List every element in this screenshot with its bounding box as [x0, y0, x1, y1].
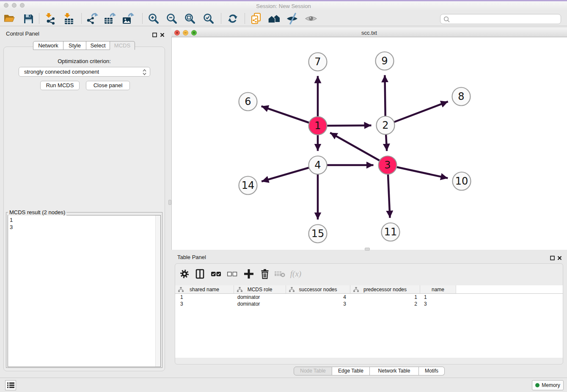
delete-column-icon[interactable] [259, 268, 271, 280]
close-table-panel-icon[interactable] [557, 254, 562, 259]
duplicate-network-icon[interactable] [250, 12, 262, 25]
refresh-view-icon[interactable] [226, 12, 239, 25]
memory-button[interactable]: Memory [532, 380, 564, 390]
window-title: Session: New Session [0, 3, 567, 9]
control-tab-select[interactable]: Select [86, 41, 110, 50]
network-window-title: scc.txt [171, 30, 567, 36]
criterion-dropdown[interactable]: strongly connected component [19, 67, 150, 77]
import-table-icon[interactable] [63, 12, 75, 25]
toolbar-separator [245, 13, 245, 24]
run-mcds-button[interactable]: Run MCDS [40, 81, 80, 90]
zoom-in-icon[interactable] [147, 12, 160, 25]
control-tab-mcds[interactable]: MCDS [110, 41, 135, 50]
add-column-icon[interactable] [243, 268, 255, 280]
column-label: predecessor nodes [363, 287, 407, 293]
table-settings-icon[interactable] [179, 268, 190, 280]
graph-node-label: 6 [245, 96, 251, 108]
control-panel-tabs: NetworkStyleSelectMCDS [33, 41, 135, 50]
table-tab-node-table[interactable]: Node Table [294, 367, 332, 375]
dropdown-chevrons-icon [143, 69, 146, 75]
control-tab-network[interactable]: Network [33, 41, 63, 50]
graph-node-label: 10 [455, 175, 468, 187]
table-row[interactable]: 1dominator411 [175, 294, 563, 301]
control-tab-style[interactable]: Style [63, 41, 86, 50]
panel-divider-handle[interactable] [168, 200, 171, 205]
table-cell: 1 [350, 294, 420, 301]
search-field[interactable] [440, 14, 561, 24]
table-cell: 1 [420, 294, 456, 301]
table-cell: 1 [175, 294, 234, 301]
delete-table-icon[interactable] [274, 268, 286, 280]
table-tab-edge-table[interactable]: Edge Table [332, 367, 370, 375]
table-tab-network-table[interactable]: Network Table [370, 367, 419, 375]
table-row[interactable]: 3dominator323 [175, 301, 563, 307]
close-panel-button[interactable]: Close panel [86, 81, 130, 90]
import-network-icon[interactable] [44, 12, 57, 25]
column-header-shared-name[interactable]: shared name [175, 285, 234, 293]
table-cell: 3 [420, 301, 456, 307]
application-window: Session: New Session [0, 0, 567, 392]
graph-node-label: 11 [384, 226, 397, 238]
close-panel-icon[interactable] [160, 31, 165, 36]
mcds-result-title: MCDS result (2 nodes) [8, 209, 66, 215]
main-toolbar [0, 10, 567, 26]
network-canvas[interactable]: 7968124314101511 [171, 37, 567, 250]
zoom-fit-icon[interactable] [184, 12, 196, 25]
graph-node-label: 1 [314, 120, 321, 132]
float-table-panel-icon[interactable] [550, 254, 555, 259]
table-tab-motifs[interactable]: Motifs [419, 367, 445, 375]
home-layout-icon[interactable] [268, 12, 281, 25]
column-header-predecessor-nodes[interactable]: predecessor nodes [350, 285, 420, 293]
select-all-icon[interactable] [210, 268, 222, 280]
result-scrollbar[interactable] [155, 215, 160, 367]
column-view-icon[interactable] [194, 268, 206, 280]
column-header-MCDS-role[interactable]: MCDS role [234, 285, 286, 293]
float-panel-icon[interactable] [152, 31, 157, 36]
split-divider-handle[interactable] [365, 248, 370, 251]
mcds-result-box[interactable] [8, 215, 161, 367]
table-cell: dominator [234, 301, 286, 307]
mcds-result-lines: 13 [10, 216, 13, 231]
graph-node-label: 4 [314, 159, 321, 171]
column-header-name[interactable]: name [420, 285, 456, 293]
memory-status-icon [535, 383, 539, 387]
export-network-icon[interactable] [86, 12, 99, 25]
status-bar: Memory [0, 378, 567, 392]
window-titlebar[interactable]: Session: New Session [0, 1, 567, 10]
toolbar-separator [39, 13, 39, 24]
criterion-value: strongly connected component [24, 69, 99, 75]
zoom-out-icon[interactable] [165, 12, 178, 25]
graph-node-label: 9 [381, 55, 388, 67]
result-line: 3 [10, 224, 13, 231]
table-cell: 3 [175, 301, 234, 307]
graph-edge-2-8[interactable] [385, 102, 448, 125]
open-session-icon[interactable] [3, 12, 16, 25]
table-cell: 3 [286, 301, 350, 307]
save-session-icon[interactable] [22, 12, 35, 25]
column-label: successor nodes [299, 287, 337, 293]
function-builder-icon[interactable]: f(x) [290, 268, 302, 280]
show-graphics-details-icon[interactable] [305, 12, 317, 25]
export-table-icon[interactable] [104, 12, 116, 25]
graph-node-label: 14 [242, 179, 255, 191]
toolbar-separator [81, 13, 82, 24]
toolbar-separator [221, 13, 221, 24]
graph-edge-3-1[interactable] [330, 133, 388, 165]
column-header-successor-nodes[interactable]: successor nodes [286, 285, 350, 293]
task-history-button[interactable] [5, 380, 16, 390]
zoom-selected-icon[interactable] [202, 12, 215, 25]
deselect-all-icon[interactable] [226, 268, 238, 280]
table-panel-title: Table Panel [177, 254, 206, 260]
result-line: 1 [10, 216, 13, 224]
node-table[interactable]: shared nameMCDS rolesuccessor nodesprede… [175, 285, 563, 358]
table-header-row: shared nameMCDS rolesuccessor nodesprede… [175, 285, 563, 294]
graph-node-label: 15 [311, 228, 325, 240]
graph-node-label: 2 [382, 119, 388, 131]
optimization-criterion-label: Optimization criterion: [3, 58, 165, 64]
hide-graphics-details-icon[interactable] [286, 12, 299, 25]
export-image-icon[interactable] [122, 12, 135, 25]
table-cell: 2 [350, 301, 420, 307]
table-tabs: Node TableEdge TableNetwork TableMotifs [294, 367, 445, 375]
memory-label: Memory [542, 382, 560, 388]
toolbar-separator [142, 13, 143, 24]
